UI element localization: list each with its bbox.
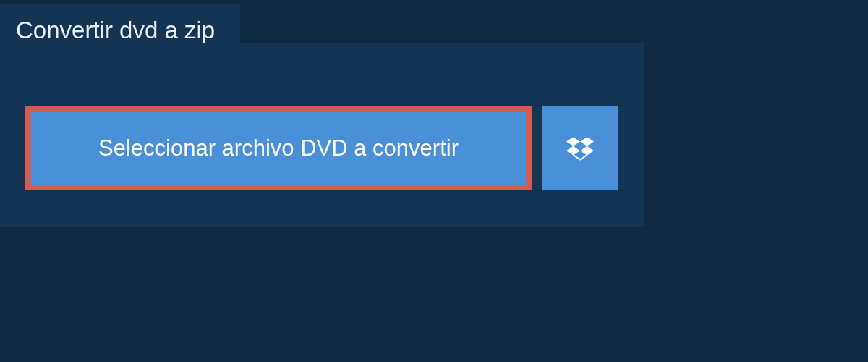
select-file-button[interactable]: Seleccionar archivo DVD a convertir <box>25 106 532 190</box>
dropbox-button[interactable] <box>542 106 618 190</box>
tab-title: Convertir dvd a zip <box>0 4 240 57</box>
dropbox-icon <box>566 135 594 162</box>
converter-panel: Convertir dvd a zip Seleccionar archivo … <box>0 43 644 227</box>
button-row: Seleccionar archivo DVD a convertir <box>0 106 644 190</box>
